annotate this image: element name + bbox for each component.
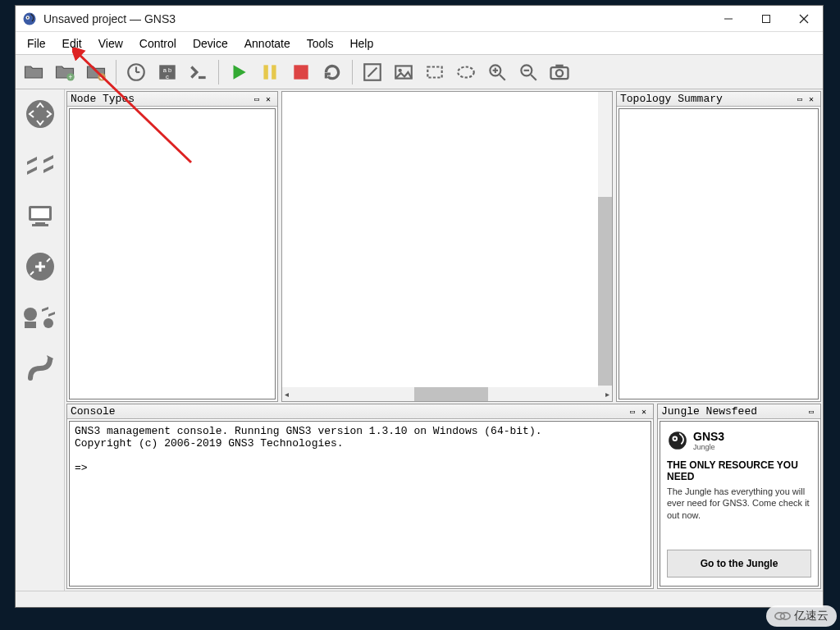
svg-text:c: c xyxy=(166,72,169,80)
insert-picture-button[interactable] xyxy=(389,57,418,87)
svg-rect-18 xyxy=(272,65,276,79)
menu-device[interactable]: Device xyxy=(185,34,236,53)
newsfeed-title: Jungle Newsfeed xyxy=(661,405,757,418)
svg-point-44 xyxy=(28,376,33,381)
svg-point-43 xyxy=(43,318,53,328)
vertical-scrollbar[interactable] xyxy=(598,92,612,387)
node-types-title: Node Types xyxy=(71,93,135,105)
stop-all-button[interactable] xyxy=(286,57,316,87)
svg-point-47 xyxy=(673,438,676,441)
panel-close-icon[interactable]: ✕ xyxy=(262,94,274,104)
menu-file[interactable]: File xyxy=(19,34,54,53)
maximize-button[interactable] xyxy=(747,6,785,31)
svg-rect-23 xyxy=(427,66,441,77)
news-text: The Jungle has everything you will ever … xyxy=(667,486,811,541)
menu-control[interactable]: Control xyxy=(131,34,185,53)
separator xyxy=(218,60,219,84)
newsfeed-body: GNS3 Jungle THE ONLY RESOURCE YOU NEED T… xyxy=(660,421,819,587)
titlebar: Unsaved project — GNS3 xyxy=(16,6,823,32)
menubar: File Edit View Control Device Annotate T… xyxy=(16,32,823,55)
main-body: Node Types▭✕ ◂▸ Topology Summary▭✕ Conso… xyxy=(16,89,823,591)
snapshot-button[interactable] xyxy=(121,57,151,87)
console-panel: Console▭✕ GNS3 management console. Runni… xyxy=(66,404,654,589)
end-devices-button[interactable] xyxy=(22,198,58,234)
switches-button[interactable] xyxy=(22,147,58,183)
topology-panel: Topology Summary▭✕ xyxy=(616,91,821,402)
add-note-button[interactable] xyxy=(358,57,387,87)
console-body[interactable]: GNS3 management console. Running GNS3 ve… xyxy=(69,421,651,587)
pause-all-button[interactable] xyxy=(255,57,285,87)
add-link-button[interactable] xyxy=(22,350,58,386)
horizontal-scrollbar[interactable]: ◂▸ xyxy=(282,387,612,401)
draw-ellipse-button[interactable] xyxy=(451,57,481,87)
menu-tools[interactable]: Tools xyxy=(299,34,342,53)
middle-area: Node Types▭✕ ◂▸ Topology Summary▭✕ Conso… xyxy=(65,89,823,591)
node-types-body[interactable] xyxy=(69,108,276,399)
svg-point-50 xyxy=(781,613,791,619)
svg-rect-37 xyxy=(31,208,49,218)
node-types-panel: Node Types▭✕ xyxy=(66,91,278,402)
panel-close-icon[interactable]: ✕ xyxy=(806,94,817,104)
minimize-button[interactable] xyxy=(710,6,747,31)
topology-title: Topology Summary xyxy=(620,93,723,105)
routers-button[interactable] xyxy=(22,96,58,132)
window-controls xyxy=(710,6,823,31)
svg-point-33 xyxy=(556,70,563,76)
draw-rectangle-button[interactable] xyxy=(420,57,450,87)
workspace-panel[interactable]: ◂▸ xyxy=(281,91,613,402)
separator xyxy=(116,60,116,84)
menu-view[interactable]: View xyxy=(90,34,131,53)
menu-edit[interactable]: Edit xyxy=(54,34,90,53)
close-button[interactable] xyxy=(785,6,823,31)
newsfeed-panel: Jungle Newsfeed▭ GNS3 Jungle THE ONLY RE… xyxy=(657,404,821,589)
svg-rect-4 xyxy=(763,15,770,22)
svg-point-22 xyxy=(399,68,402,71)
window-title: Unsaved project — GNS3 xyxy=(43,12,710,25)
panel-close-icon[interactable]: ✕ xyxy=(638,407,650,417)
statusbar xyxy=(16,591,823,607)
news-brand: GNS3 xyxy=(693,430,724,443)
reload-all-button[interactable] xyxy=(317,57,347,87)
menu-help[interactable]: Help xyxy=(341,34,381,53)
lower-panels: Console▭✕ GNS3 management console. Runni… xyxy=(65,404,823,591)
console-title: Console xyxy=(71,405,116,418)
go-to-jungle-button[interactable]: Go to the Jungle xyxy=(667,550,811,578)
panel-float-icon[interactable]: ▭ xyxy=(627,407,638,417)
news-headline: THE ONLY RESOURCE YOU NEED xyxy=(667,459,811,482)
svg-point-24 xyxy=(458,66,474,77)
start-all-button[interactable] xyxy=(224,57,253,87)
toolbar: + a bc xyxy=(16,55,823,89)
panel-float-icon[interactable]: ▭ xyxy=(251,94,262,104)
zoom-out-button[interactable] xyxy=(514,57,543,87)
menu-annotate[interactable]: Annotate xyxy=(236,34,299,53)
watermark: 亿速云 xyxy=(766,605,837,627)
svg-rect-39 xyxy=(32,224,48,226)
panel-float-icon[interactable]: ▭ xyxy=(794,94,806,104)
topology-body[interactable] xyxy=(619,108,819,399)
device-toolbar xyxy=(16,89,65,591)
svg-point-41 xyxy=(24,308,37,321)
save-project-button[interactable] xyxy=(81,57,111,87)
svg-point-2 xyxy=(27,16,29,18)
screenshot-button[interactable] xyxy=(545,57,574,87)
svg-line-26 xyxy=(500,75,505,80)
gns3-logo-icon xyxy=(667,430,688,451)
panel-float-icon[interactable]: ▭ xyxy=(806,407,817,417)
news-brandsub: Jungle xyxy=(693,443,724,451)
upper-panels: Node Types▭✕ ◂▸ Topology Summary▭✕ xyxy=(65,89,823,404)
zoom-in-button[interactable] xyxy=(482,57,512,87)
separator xyxy=(352,60,353,84)
svg-text:+: + xyxy=(69,74,73,81)
new-project-button[interactable]: + xyxy=(50,57,80,87)
security-devices-button[interactable] xyxy=(22,249,58,285)
app-icon xyxy=(22,11,37,26)
svg-rect-42 xyxy=(25,322,36,328)
svg-line-30 xyxy=(531,75,536,80)
app-window: Unsaved project — GNS3 File Edit View Co… xyxy=(15,5,824,608)
svg-rect-19 xyxy=(294,65,308,79)
all-devices-button[interactable] xyxy=(22,299,58,336)
show-labels-button[interactable]: a bc xyxy=(153,57,182,87)
svg-rect-17 xyxy=(263,65,267,79)
open-project-button[interactable] xyxy=(19,57,48,87)
console-all-button[interactable] xyxy=(184,57,213,87)
